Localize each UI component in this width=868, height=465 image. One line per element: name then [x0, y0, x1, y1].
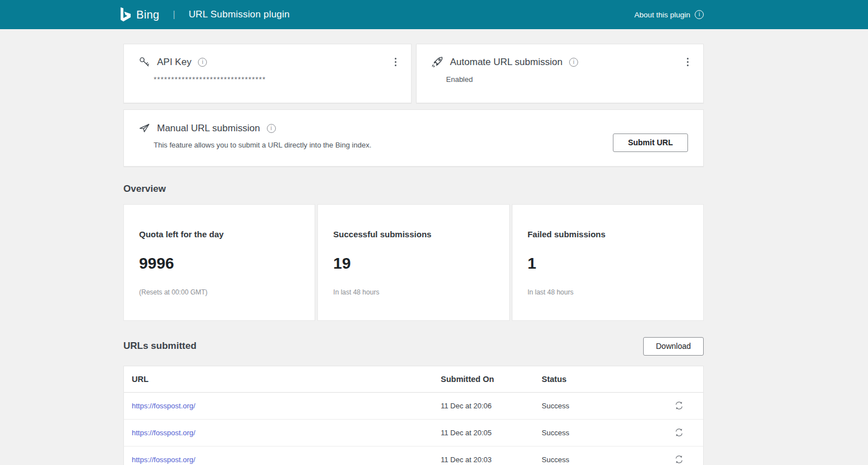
- stat-value: 9996: [139, 255, 303, 273]
- automate-submission-card: Automate URL submission i Enabled: [416, 44, 704, 103]
- kebab-menu-button[interactable]: [391, 56, 400, 68]
- column-header-url: URL: [132, 375, 441, 384]
- info-icon: i: [695, 10, 704, 19]
- kebab-menu-button[interactable]: [684, 56, 692, 68]
- status-value: Success: [542, 455, 646, 464]
- stat-quota-card: Quota left for the day 9996 (Resets at 0…: [123, 204, 315, 321]
- manual-submission-description: This feature allows you to submit a URL …: [124, 134, 613, 149]
- manual-submission-card: Manual URL submission i This feature all…: [123, 109, 704, 167]
- stat-value: 19: [333, 255, 497, 273]
- submitted-on-value: 11 Dec at 20:03: [441, 455, 542, 464]
- brand-text: Bing: [136, 8, 159, 21]
- status-value: Success: [542, 429, 646, 437]
- stat-note: In last 48 hours: [333, 288, 497, 296]
- submitted-url-link[interactable]: https://fosspost.org/: [132, 429, 195, 437]
- app-header: Bing | URL Submission plugin About this …: [0, 0, 868, 29]
- resubmit-refresh-icon[interactable]: [674, 400, 684, 411]
- header-separator: |: [173, 10, 175, 20]
- resubmit-refresh-icon[interactable]: [674, 427, 684, 438]
- submitted-url-link[interactable]: https://fosspost.org/: [132, 455, 195, 464]
- about-this-plugin-label: About this plugin: [634, 11, 690, 19]
- urls-submitted-heading: URLs submitted: [123, 340, 196, 352]
- automate-status: Enabled: [417, 68, 704, 84]
- bing-brand: Bing: [121, 7, 159, 22]
- api-key-masked-value: ********************************: [124, 68, 411, 84]
- about-this-plugin[interactable]: About this plugin i: [634, 10, 704, 19]
- table-header-row: URL Submitted On Status: [124, 366, 703, 393]
- manual-submission-title: Manual URL submission: [157, 123, 260, 134]
- send-icon: [138, 122, 150, 134]
- stat-successful-card: Successful submissions 19 In last 48 hou…: [317, 204, 509, 321]
- table-row: https://fosspost.org/ 11 Dec at 20:03 Su…: [124, 446, 703, 465]
- status-value: Success: [542, 402, 646, 410]
- overview-heading: Overview: [123, 183, 704, 195]
- submit-url-button[interactable]: Submit URL: [613, 133, 688, 152]
- bing-logo-icon: [121, 7, 131, 22]
- api-key-card: API Key i ******************************…: [123, 44, 412, 103]
- submitted-on-value: 11 Dec at 20:06: [441, 402, 542, 410]
- info-icon[interactable]: i: [267, 124, 276, 133]
- stat-label: Failed submissions: [528, 229, 692, 239]
- api-key-title: API Key: [157, 57, 191, 68]
- column-header-submitted-on: Submitted On: [441, 375, 542, 384]
- stat-note: (Resets at 00:00 GMT): [139, 288, 303, 296]
- stat-label: Quota left for the day: [139, 229, 303, 239]
- column-header-status: Status: [542, 375, 646, 384]
- info-icon[interactable]: i: [198, 58, 207, 67]
- submitted-url-link[interactable]: https://fosspost.org/: [132, 402, 195, 410]
- urls-table: URL Submitted On Status https://fosspost…: [123, 366, 704, 465]
- stat-value: 1: [528, 255, 692, 273]
- submitted-on-value: 11 Dec at 20:05: [441, 429, 542, 437]
- stat-label: Successful submissions: [333, 229, 497, 239]
- info-icon[interactable]: i: [569, 58, 578, 67]
- key-icon: [138, 56, 150, 68]
- rocket-icon: [431, 56, 444, 68]
- table-row: https://fosspost.org/ 11 Dec at 20:06 Su…: [124, 393, 703, 420]
- stat-note: In last 48 hours: [528, 288, 692, 296]
- download-button[interactable]: Download: [643, 337, 704, 356]
- page-title: URL Submission plugin: [188, 9, 289, 20]
- overview-stats: Quota left for the day 9996 (Resets at 0…: [123, 204, 704, 321]
- automate-submission-title: Automate URL submission: [450, 57, 563, 68]
- resubmit-refresh-icon[interactable]: [674, 454, 684, 464]
- table-row: https://fosspost.org/ 11 Dec at 20:05 Su…: [124, 420, 703, 446]
- stat-failed-card: Failed submissions 1 In last 48 hours: [512, 204, 704, 321]
